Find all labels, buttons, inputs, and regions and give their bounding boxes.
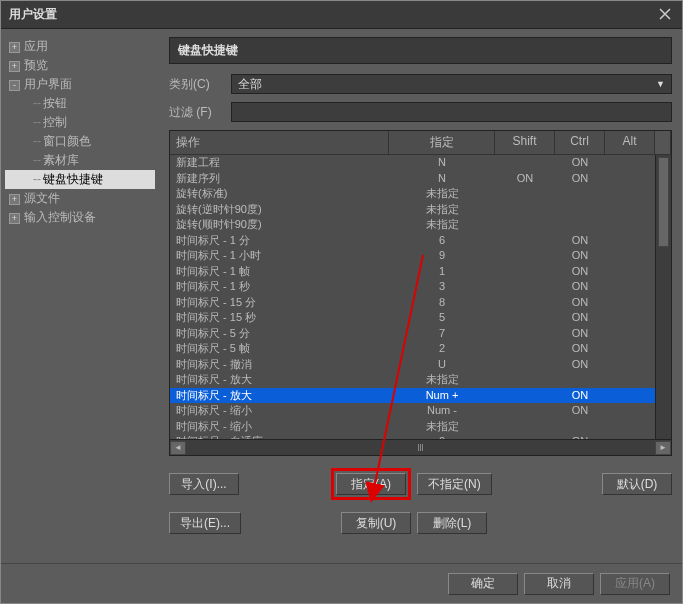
tree-label: 输入控制设备 — [24, 210, 96, 224]
cell-shift — [495, 248, 555, 264]
tree-item[interactable]: -用户界面 — [5, 75, 155, 94]
cell-shift — [495, 310, 555, 326]
tree-child-item[interactable]: --按钮 — [5, 94, 155, 113]
tree-child-item[interactable]: --窗口颜色 — [5, 132, 155, 151]
table-row[interactable]: 时间标尺 - 缩小未指定 — [170, 419, 671, 435]
cell-assign: U — [389, 357, 495, 373]
tree-item[interactable]: +应用 — [5, 37, 155, 56]
table-row[interactable]: 时间标尺 - 放大未指定 — [170, 372, 671, 388]
expander-icon[interactable]: + — [9, 42, 20, 53]
col-ctrl[interactable]: Ctrl — [555, 131, 605, 154]
category-row: 类别(C) 全部 ▼ — [169, 74, 672, 94]
cell-shift — [495, 295, 555, 311]
apply-button[interactable]: 应用(A) — [600, 573, 670, 595]
cell-ctrl: ON — [555, 264, 605, 280]
cell-ctrl — [555, 186, 605, 202]
cell-alt — [605, 279, 655, 295]
cell-assign: 未指定 — [389, 372, 495, 388]
table-row[interactable]: 时间标尺 - 1 帧1ON — [170, 264, 671, 280]
titlebar: 用户设置 — [1, 1, 682, 29]
cell-action: 时间标尺 - 1 小时 — [170, 248, 389, 264]
scrollbar-thumb[interactable] — [658, 157, 669, 247]
export-button[interactable]: 导出(E)... — [169, 512, 241, 534]
cancel-button[interactable]: 取消 — [524, 573, 594, 595]
table-row[interactable]: 时间标尺 - 5 分7ON — [170, 326, 671, 342]
scroll-left-icon[interactable]: ◄ — [170, 441, 186, 455]
cell-assign: N — [389, 155, 495, 171]
expander-icon[interactable]: - — [9, 80, 20, 91]
col-shift[interactable]: Shift — [495, 131, 555, 154]
expander-icon[interactable]: + — [9, 61, 20, 72]
table-row[interactable]: 旋转(逆时针90度)未指定 — [170, 202, 671, 218]
cell-alt — [605, 233, 655, 249]
nav-tree: +应用+预览-用户界面--按钮--控制--窗口颜色--素材库--键盘快捷键+源文… — [5, 37, 155, 227]
table-row[interactable]: 新建工程NON — [170, 155, 671, 171]
copy-button[interactable]: 复制(U) — [341, 512, 411, 534]
table-row[interactable]: 旋转(标准)未指定 — [170, 186, 671, 202]
cell-shift — [495, 233, 555, 249]
table-row[interactable]: 时间标尺 - 15 秒5ON — [170, 310, 671, 326]
horizontal-scrollbar[interactable]: ◄ Ⅲ ► — [170, 439, 671, 455]
table-row[interactable]: 时间标尺 - 1 秒3ON — [170, 279, 671, 295]
tree-label: 源文件 — [24, 191, 60, 205]
col-alt[interactable]: Alt — [605, 131, 655, 154]
close-button[interactable] — [656, 5, 674, 23]
col-assign[interactable]: 指定 — [389, 131, 495, 154]
cell-ctrl: ON — [555, 295, 605, 311]
cell-alt — [605, 217, 655, 233]
expander-icon[interactable]: + — [9, 213, 20, 224]
table-row[interactable]: 时间标尺 - 缩小Num -ON — [170, 403, 671, 419]
cell-shift — [495, 403, 555, 419]
category-value: 全部 — [238, 76, 262, 93]
tree-label: 用户界面 — [24, 77, 72, 91]
cell-alt — [605, 202, 655, 218]
cell-assign: Num + — [389, 388, 495, 404]
tree-item[interactable]: +预览 — [5, 56, 155, 75]
cell-action: 新建序列 — [170, 171, 389, 187]
col-action[interactable]: 操作 — [170, 131, 389, 154]
expander-icon[interactable]: + — [9, 194, 20, 205]
tree-item[interactable]: +输入控制设备 — [5, 208, 155, 227]
cell-alt — [605, 155, 655, 171]
ok-button[interactable]: 确定 — [448, 573, 518, 595]
tree-child-item[interactable]: --键盘快捷键 — [5, 170, 155, 189]
dialog-footer: 确定 取消 应用(A) — [1, 563, 682, 603]
table-row[interactable]: 时间标尺 - 1 小时9ON — [170, 248, 671, 264]
tree-label: 素材库 — [43, 153, 79, 167]
tree-item[interactable]: +源文件 — [5, 189, 155, 208]
table-row[interactable]: 新建序列NONON — [170, 171, 671, 187]
tree-child-item[interactable]: --素材库 — [5, 151, 155, 170]
filter-label: 过滤 (F) — [169, 104, 221, 121]
button-row-2: 导出(E)... 复制(U) 删除(L) — [169, 512, 672, 534]
filter-row: 过滤 (F) — [169, 102, 672, 122]
category-dropdown[interactable]: 全部 ▼ — [231, 74, 672, 94]
table-row[interactable]: 旋转(顺时针90度)未指定 — [170, 217, 671, 233]
cell-shift — [495, 217, 555, 233]
assign-button[interactable]: 指定(A) — [336, 473, 406, 495]
cell-ctrl: ON — [555, 233, 605, 249]
cell-shift — [495, 372, 555, 388]
table-row[interactable]: 时间标尺 - 撤消UON — [170, 357, 671, 373]
tree-child-item[interactable]: --控制 — [5, 113, 155, 132]
cell-shift — [495, 357, 555, 373]
import-button[interactable]: 导入(I)... — [169, 473, 239, 495]
table-row[interactable]: 时间标尺 - 15 分8ON — [170, 295, 671, 311]
table-body[interactable]: 新建工程NON新建序列NONON旋转(标准)未指定旋转(逆时针90度)未指定旋转… — [170, 155, 671, 439]
filter-input[interactable] — [231, 102, 672, 122]
cell-ctrl — [555, 372, 605, 388]
unassign-button[interactable]: 不指定(N) — [417, 473, 492, 495]
cell-assign: 6 — [389, 233, 495, 249]
cell-shift — [495, 341, 555, 357]
cell-shift — [495, 279, 555, 295]
cell-action: 时间标尺 - 放大 — [170, 372, 389, 388]
table-row[interactable]: 时间标尺 - 放大Num +ON — [170, 388, 671, 404]
default-button[interactable]: 默认(D) — [602, 473, 672, 495]
cell-alt — [605, 171, 655, 187]
cell-ctrl: ON — [555, 341, 605, 357]
cell-alt — [605, 372, 655, 388]
scroll-right-icon[interactable]: ► — [655, 441, 671, 455]
table-row[interactable]: 时间标尺 - 1 分6ON — [170, 233, 671, 249]
delete-button[interactable]: 删除(L) — [417, 512, 487, 534]
vertical-scrollbar[interactable] — [655, 155, 671, 439]
table-row[interactable]: 时间标尺 - 5 帧2ON — [170, 341, 671, 357]
